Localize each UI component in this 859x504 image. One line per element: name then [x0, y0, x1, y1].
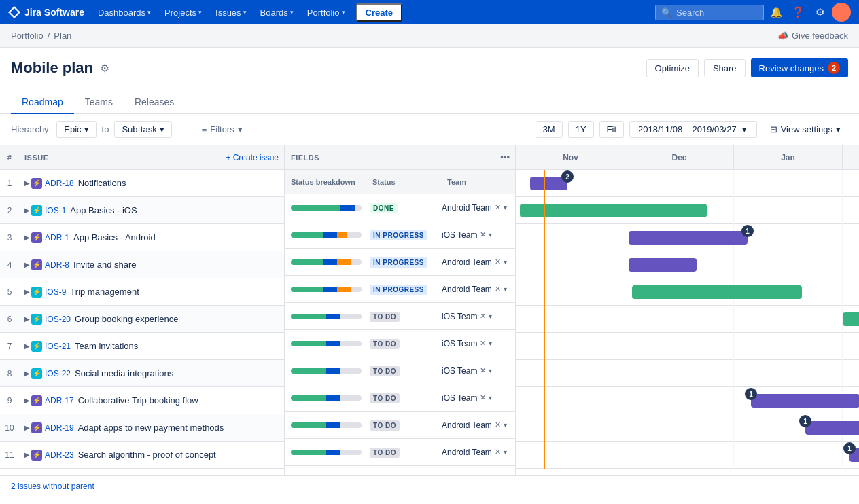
nav-boards[interactable]: Boards ▾ — [255, 5, 299, 20]
table-row[interactable]: 7 ▶ ⚡ IOS-21 Team invitations — [0, 333, 284, 360]
issue-key[interactable]: ADR-1 — [45, 233, 69, 242]
row-chevron[interactable]: ▶ — [24, 261, 30, 268]
row-chevron[interactable]: ▶ — [24, 342, 30, 350]
tab-releases[interactable]: Releases — [124, 91, 185, 114]
issue-key[interactable]: IOS-22 — [45, 369, 71, 378]
issue-key[interactable]: IOS-20 — [45, 314, 71, 324]
gantt-area[interactable]: NovDecJanFebMar 2←1111 — [516, 145, 859, 475]
gantt-bar[interactable] — [843, 312, 859, 326]
hierarchy-from-select[interactable]: Epic ▾ — [56, 121, 96, 138]
row-chevron[interactable]: ▶ — [24, 206, 30, 214]
team-chevron[interactable]: ▾ — [504, 421, 507, 429]
issue-key[interactable]: ADR-19 — [45, 423, 74, 433]
hierarchy-to-select[interactable]: Sub-task ▾ — [114, 121, 171, 138]
search-bar[interactable]: 🔍 — [655, 5, 764, 20]
gantt-bar[interactable]: 2 — [530, 177, 567, 190]
row-num: 2 — [0, 206, 19, 215]
range-3m-button[interactable]: 3M — [536, 121, 563, 138]
create-button[interactable]: Create — [356, 3, 402, 22]
table-row[interactable]: 3 ▶ ⚡ ADR-1 App Basics - Android — [0, 224, 284, 251]
row-chevron[interactable]: ▶ — [24, 179, 30, 187]
team-remove-button[interactable]: ✕ — [480, 230, 486, 239]
team-chevron[interactable]: ▾ — [489, 394, 492, 401]
row-chevron[interactable]: ▶ — [24, 424, 30, 431]
range-fit-button[interactable]: Fit — [599, 121, 624, 138]
team-remove-button[interactable]: ✕ — [480, 312, 486, 321]
row-chevron[interactable]: ▶ — [24, 370, 30, 377]
team-remove-button[interactable]: ✕ — [495, 475, 501, 475]
create-issue-button[interactable]: + Create issue — [221, 153, 284, 162]
date-range-button[interactable]: 2018/11/08 – 2019/03/27 ▾ — [629, 121, 757, 138]
share-button[interactable]: Share — [704, 59, 746, 77]
table-row[interactable]: 9 ▶ ⚡ ADR-17 Collaborative Trip booking … — [0, 387, 284, 414]
help-icon-btn[interactable]: ❓ — [788, 3, 807, 22]
row-chevron[interactable]: ▶ — [24, 315, 30, 323]
team-chevron[interactable]: ▾ — [489, 340, 492, 347]
gantt-bar[interactable]: 1 — [629, 231, 748, 245]
team-chevron[interactable]: ▾ — [489, 312, 492, 320]
gantt-bar[interactable]: 1 — [849, 448, 859, 462]
gantt-bar[interactable] — [632, 285, 802, 299]
issue-key[interactable]: ADR-18 — [45, 179, 74, 188]
gantt-bar[interactable] — [629, 258, 697, 272]
table-row[interactable]: 4 ▶ ⚡ ADR-8 Invite and share — [0, 251, 284, 278]
review-changes-button[interactable]: Review changes 2 — [751, 58, 848, 77]
issue-key[interactable]: ADR-23 — [45, 450, 74, 460]
table-row[interactable]: 2 ▶ ⚡ IOS-1 App Basics - iOS — [0, 197, 284, 224]
nav-portfolio[interactable]: Portfolio ▾ — [302, 5, 351, 20]
page-settings-icon[interactable]: ⚙ — [100, 62, 109, 75]
issue-key[interactable]: IOS-9 — [45, 287, 66, 297]
tab-teams[interactable]: Teams — [74, 91, 124, 114]
team-remove-button[interactable]: ✕ — [480, 366, 486, 375]
team-remove-button[interactable]: ✕ — [495, 257, 501, 266]
table-row[interactable]: 10 ▶ ⚡ ADR-19 Adapt apps to new payment … — [0, 414, 284, 442]
team-remove-button[interactable]: ✕ — [495, 285, 501, 293]
gantt-cell — [625, 333, 734, 360]
team-chevron[interactable]: ▾ — [504, 258, 507, 266]
row-chevron[interactable]: ▶ — [24, 288, 30, 295]
search-input[interactable] — [676, 7, 751, 18]
logo[interactable]: Jira Software — [8, 6, 84, 18]
notifications-icon-btn[interactable]: 🔔 — [767, 3, 786, 22]
breadcrumb-portfolio[interactable]: Portfolio — [11, 31, 43, 41]
fields-more-button[interactable]: ••• — [500, 152, 510, 162]
issues-without-parent-label[interactable]: 2 issues without parent — [11, 482, 94, 491]
table-row[interactable]: 6 ▶ ⚡ IOS-20 Group booking experience — [0, 306, 284, 333]
optimize-button[interactable]: Optimize — [646, 59, 699, 77]
team-remove-button[interactable]: ✕ — [495, 203, 501, 212]
nav-issues[interactable]: Issues ▾ — [210, 5, 252, 20]
team-remove-button[interactable]: ✕ — [495, 448, 501, 456]
view-settings-button[interactable]: ⊟ View settings ▾ — [762, 121, 848, 138]
user-avatar[interactable] — [832, 3, 851, 22]
issue-key[interactable]: IOS-1 — [45, 206, 66, 215]
gantt-bar[interactable]: 1 — [805, 421, 859, 435]
team-remove-button[interactable]: ✕ — [480, 339, 486, 348]
gantt-bar[interactable]: 1 — [751, 394, 859, 408]
issue-key[interactable]: ADR-17 — [45, 396, 74, 406]
nav-dashboards[interactable]: Dashboards ▾ — [92, 5, 156, 20]
team-chevron[interactable]: ▾ — [489, 231, 492, 238]
filters-button[interactable]: ≡ Filters ▾ — [194, 121, 250, 138]
row-chevron[interactable]: ▶ — [24, 397, 30, 404]
team-chevron[interactable]: ▾ — [489, 367, 492, 374]
row-chevron[interactable]: ▶ — [24, 451, 30, 458]
table-row[interactable]: 11 ▶ ⚡ ADR-23 Search algorithm - proof o… — [0, 442, 284, 469]
range-1y-button[interactable]: 1Y — [568, 121, 594, 138]
team-remove-button[interactable]: ✕ — [495, 420, 501, 429]
table-row[interactable]: 5 ▶ ⚡ IOS-9 Trip management — [0, 278, 284, 306]
table-row[interactable]: 8 ▶ ⚡ IOS-22 Social media integrations — [0, 360, 284, 387]
team-chevron[interactable]: ▾ — [504, 285, 507, 293]
issue-key[interactable]: IOS-21 — [45, 342, 71, 351]
table-row[interactable]: 1 ▶ ⚡ ADR-18 Notifications — [0, 170, 284, 197]
gantt-row: 1 — [516, 224, 859, 251]
team-remove-button[interactable]: ✕ — [480, 393, 486, 402]
issue-key[interactable]: ADR-8 — [45, 260, 69, 270]
settings-icon-btn[interactable]: ⚙ — [810, 3, 829, 22]
team-chevron[interactable]: ▾ — [504, 204, 507, 211]
feedback-button[interactable]: 📣 Give feedback — [777, 31, 848, 41]
gantt-bar[interactable]: ← — [520, 204, 707, 217]
team-chevron[interactable]: ▾ — [504, 448, 507, 456]
tab-roadmap[interactable]: Roadmap — [11, 91, 74, 114]
nav-projects[interactable]: Projects ▾ — [159, 5, 207, 20]
row-chevron[interactable]: ▶ — [24, 234, 30, 241]
